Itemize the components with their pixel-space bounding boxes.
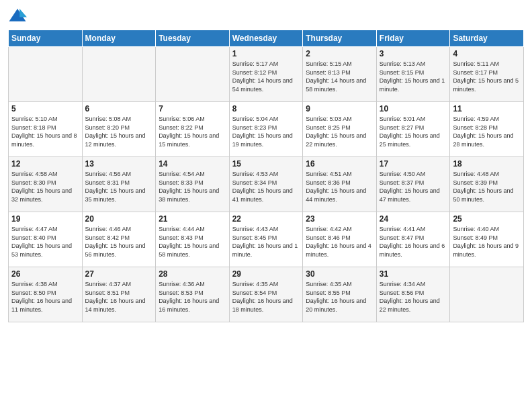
day-number: 18 [453,159,521,169]
calendar-cell: 23Sunrise: 4:42 AM Sunset: 8:46 PM Dayli… [303,212,377,267]
calendar-cell: 3Sunrise: 5:13 AM Sunset: 8:15 PM Daylig… [376,47,450,102]
day-info: Sunrise: 5:11 AM Sunset: 8:17 PM Dayligh… [453,60,521,93]
header-day-wednesday: Wednesday [229,30,303,47]
day-number: 5 [11,104,79,113]
week-row-1: 5Sunrise: 5:10 AM Sunset: 8:18 PM Daylig… [9,102,524,157]
day-info: Sunrise: 5:13 AM Sunset: 8:15 PM Dayligh… [380,60,447,93]
calendar-cell: 7Sunrise: 5:06 AM Sunset: 8:22 PM Daylig… [156,102,230,157]
day-number: 11 [453,104,521,113]
day-info: Sunrise: 5:04 AM Sunset: 8:23 PM Dayligh… [232,115,300,148]
calendar-cell: 24Sunrise: 4:41 AM Sunset: 8:47 PM Dayli… [376,212,450,267]
day-info: Sunrise: 4:54 AM Sunset: 8:33 PM Dayligh… [159,170,226,203]
day-info: Sunrise: 4:50 AM Sunset: 8:37 PM Dayligh… [380,170,447,203]
svg-marker-1 [19,9,27,17]
week-row-0: 1Sunrise: 5:17 AM Sunset: 8:12 PM Daylig… [9,47,524,102]
day-number: 27 [85,269,153,279]
day-info: Sunrise: 5:17 AM Sunset: 8:12 PM Dayligh… [232,60,300,93]
day-number: 26 [11,269,79,279]
day-number: 13 [85,159,153,169]
day-info: Sunrise: 4:38 AM Sunset: 8:50 PM Dayligh… [11,280,79,314]
day-number: 25 [453,214,521,224]
day-info: Sunrise: 5:03 AM Sunset: 8:25 PM Dayligh… [306,115,373,148]
calendar-cell: 14Sunrise: 4:54 AM Sunset: 8:33 PM Dayli… [156,157,230,212]
day-info: Sunrise: 4:59 AM Sunset: 8:28 PM Dayligh… [453,115,521,148]
day-number: 1 [232,49,300,58]
header-day-monday: Monday [82,30,156,47]
day-number: 4 [453,49,521,58]
calendar-cell: 17Sunrise: 4:50 AM Sunset: 8:37 PM Dayli… [376,157,450,212]
week-row-4: 26Sunrise: 4:38 AM Sunset: 8:50 PM Dayli… [9,267,524,322]
header [8,7,524,26]
day-info: Sunrise: 4:35 AM Sunset: 8:54 PM Dayligh… [232,280,300,314]
day-number: 29 [232,269,300,279]
calendar-cell: 26Sunrise: 4:38 AM Sunset: 8:50 PM Dayli… [9,267,83,322]
calendar-cell: 20Sunrise: 4:46 AM Sunset: 8:42 PM Dayli… [82,212,156,267]
calendar-cell: 31Sunrise: 4:34 AM Sunset: 8:56 PM Dayli… [376,267,450,322]
calendar-cell: 12Sunrise: 4:58 AM Sunset: 8:30 PM Dayli… [9,157,83,212]
day-number: 19 [11,214,79,224]
day-number: 17 [380,159,447,169]
day-number: 10 [380,104,447,113]
day-info: Sunrise: 4:47 AM Sunset: 8:40 PM Dayligh… [11,225,79,259]
day-number: 20 [85,214,153,224]
day-info: Sunrise: 5:10 AM Sunset: 8:18 PM Dayligh… [11,115,79,148]
calendar-table: SundayMondayTuesdayWednesdayThursdayFrid… [8,30,524,322]
day-info: Sunrise: 4:42 AM Sunset: 8:46 PM Dayligh… [306,225,373,259]
day-number: 22 [232,214,300,224]
week-row-3: 19Sunrise: 4:47 AM Sunset: 8:40 PM Dayli… [9,212,524,267]
logo-icon [8,7,27,26]
calendar-cell [450,267,524,322]
day-info: Sunrise: 4:43 AM Sunset: 8:45 PM Dayligh… [232,225,300,259]
day-info: Sunrise: 5:01 AM Sunset: 8:27 PM Dayligh… [380,115,447,148]
day-number: 28 [159,269,226,279]
calendar-cell: 5Sunrise: 5:10 AM Sunset: 8:18 PM Daylig… [9,102,83,157]
calendar-cell: 11Sunrise: 4:59 AM Sunset: 8:28 PM Dayli… [450,102,524,157]
calendar-cell: 9Sunrise: 5:03 AM Sunset: 8:25 PM Daylig… [303,102,377,157]
day-info: Sunrise: 5:08 AM Sunset: 8:20 PM Dayligh… [85,115,153,148]
calendar-cell: 25Sunrise: 4:40 AM Sunset: 8:49 PM Dayli… [450,212,524,267]
day-number: 9 [306,104,373,113]
calendar-cell [82,47,156,102]
calendar-cell: 21Sunrise: 4:44 AM Sunset: 8:43 PM Dayli… [156,212,230,267]
header-day-tuesday: Tuesday [156,30,230,47]
logo [8,7,30,26]
day-info: Sunrise: 4:35 AM Sunset: 8:55 PM Dayligh… [306,280,373,314]
day-number: 6 [85,104,153,113]
day-info: Sunrise: 5:06 AM Sunset: 8:22 PM Dayligh… [159,115,226,148]
calendar-cell: 30Sunrise: 4:35 AM Sunset: 8:55 PM Dayli… [303,267,377,322]
day-number: 30 [306,269,373,279]
day-number: 3 [380,49,447,58]
day-info: Sunrise: 4:58 AM Sunset: 8:30 PM Dayligh… [11,170,79,203]
calendar-cell: 8Sunrise: 5:04 AM Sunset: 8:23 PM Daylig… [229,102,303,157]
day-info: Sunrise: 5:15 AM Sunset: 8:13 PM Dayligh… [306,60,373,93]
day-info: Sunrise: 4:44 AM Sunset: 8:43 PM Dayligh… [159,225,226,259]
day-info: Sunrise: 4:37 AM Sunset: 8:51 PM Dayligh… [85,280,153,314]
calendar-cell: 22Sunrise: 4:43 AM Sunset: 8:45 PM Dayli… [229,212,303,267]
day-number: 12 [11,159,79,169]
day-number: 16 [306,159,373,169]
calendar-body: 1Sunrise: 5:17 AM Sunset: 8:12 PM Daylig… [9,47,524,322]
day-number: 31 [380,269,447,279]
header-day-saturday: Saturday [450,30,524,47]
header-day-thursday: Thursday [303,30,377,47]
header-day-sunday: Sunday [9,30,83,47]
day-number: 24 [380,214,447,224]
day-number: 7 [159,104,226,113]
header-day-friday: Friday [376,30,450,47]
calendar-cell [9,47,83,102]
calendar-cell: 13Sunrise: 4:56 AM Sunset: 8:31 PM Dayli… [82,157,156,212]
day-info: Sunrise: 4:51 AM Sunset: 8:36 PM Dayligh… [306,170,373,203]
calendar-cell: 18Sunrise: 4:48 AM Sunset: 8:39 PM Dayli… [450,157,524,212]
day-info: Sunrise: 4:36 AM Sunset: 8:53 PM Dayligh… [159,280,226,314]
calendar-cell [156,47,230,102]
week-row-2: 12Sunrise: 4:58 AM Sunset: 8:30 PM Dayli… [9,157,524,212]
day-info: Sunrise: 4:48 AM Sunset: 8:39 PM Dayligh… [453,170,521,203]
calendar-cell: 28Sunrise: 4:36 AM Sunset: 8:53 PM Dayli… [156,267,230,322]
calendar-cell: 27Sunrise: 4:37 AM Sunset: 8:51 PM Dayli… [82,267,156,322]
day-info: Sunrise: 4:34 AM Sunset: 8:56 PM Dayligh… [380,280,447,314]
calendar-cell: 1Sunrise: 5:17 AM Sunset: 8:12 PM Daylig… [229,47,303,102]
day-number: 21 [159,214,226,224]
calendar-cell: 19Sunrise: 4:47 AM Sunset: 8:40 PM Dayli… [9,212,83,267]
day-number: 15 [232,159,300,169]
day-info: Sunrise: 4:46 AM Sunset: 8:42 PM Dayligh… [85,225,153,259]
